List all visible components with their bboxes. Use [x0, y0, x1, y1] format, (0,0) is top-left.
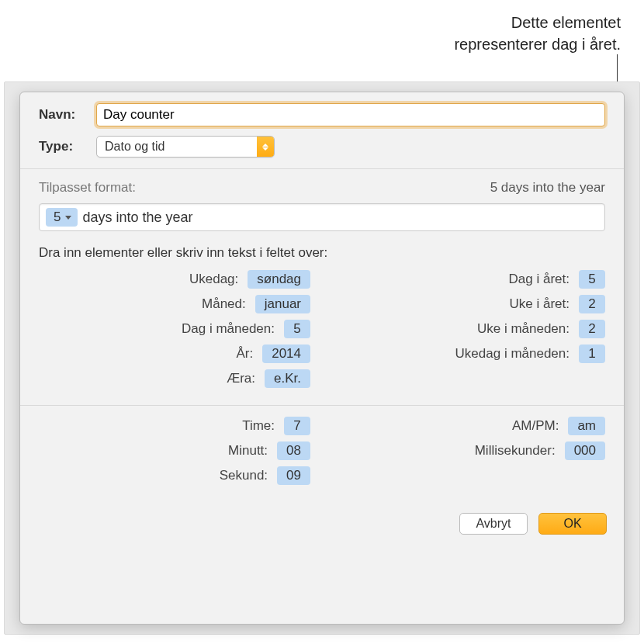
name-label: Navn: — [39, 107, 96, 123]
format-dialog: Navn: Type: Dato og tid Tilpasset format… — [19, 92, 625, 625]
chevron-down-icon — [65, 216, 71, 220]
type-select[interactable]: Dato og tid — [96, 136, 275, 158]
time-elements-section: Time:7 Minutt:08 Sekund:09 AM/PM:am Mill… — [20, 406, 624, 502]
chip-ampm[interactable]: am — [568, 417, 605, 435]
elem-label: Millisekunder: — [334, 443, 565, 459]
chip-year[interactable]: 2014 — [262, 345, 310, 363]
chevron-updown-icon — [257, 137, 274, 157]
cancel-button[interactable]: Avbryt — [459, 513, 528, 535]
chip-month[interactable]: januar — [255, 295, 310, 313]
type-select-value: Dato og tid — [105, 140, 164, 154]
chip-era[interactable]: e.Kr. — [265, 369, 310, 388]
format-preview: 5 days into the year — [490, 180, 605, 196]
format-token-day-of-year[interactable]: 5 — [46, 208, 78, 227]
elem-label: Æra: — [39, 371, 265, 386]
elem-label: AM/PM: — [334, 418, 568, 434]
elem-label: Uke i året: — [334, 296, 579, 312]
header-section: Navn: Type: Dato og tid — [20, 92, 624, 169]
chip-milliseconds[interactable]: 000 — [565, 441, 605, 460]
elem-label: Dag i året: — [334, 272, 579, 287]
elem-label: År: — [39, 346, 262, 362]
elem-label: Sekund: — [39, 468, 277, 483]
callout-text: Dette elementet representerer dag i året… — [454, 12, 621, 55]
date-elements: Ukedag:søndag Måned:januar Dag i måneden… — [39, 270, 605, 394]
chip-minute[interactable]: 08 — [277, 441, 310, 460]
chip-weekday[interactable]: søndag — [248, 270, 310, 289]
type-label: Type: — [39, 139, 96, 154]
elem-label: Time: — [39, 418, 284, 434]
elem-label: Minutt: — [39, 443, 277, 459]
chip-weekday-of-month[interactable]: 1 — [579, 345, 605, 363]
chip-week-of-year[interactable]: 2 — [579, 295, 605, 313]
drag-instruction: Dra inn elementer eller skriv inn tekst … — [39, 245, 605, 261]
format-section: Tilpasset format: 5 days into the year 5… — [20, 169, 624, 406]
elem-label: Uke i måneden: — [334, 321, 579, 337]
elem-label: Ukedag: — [39, 272, 248, 287]
elem-label: Dag i måneden: — [39, 321, 284, 337]
ok-button[interactable]: OK — [538, 513, 607, 535]
chip-hour[interactable]: 7 — [284, 417, 310, 435]
button-row: Avbryt OK — [20, 502, 624, 547]
format-suffix-text: days into the year — [82, 209, 192, 226]
chip-second[interactable]: 09 — [277, 466, 310, 485]
elem-label: Ukedag i måneden: — [334, 346, 579, 362]
elem-label: Måned: — [39, 296, 255, 312]
format-field[interactable]: 5 days into the year — [39, 203, 605, 231]
chip-day-of-year[interactable]: 5 — [579, 270, 605, 289]
name-input[interactable] — [96, 103, 605, 126]
format-header-label: Tilpasset format: — [39, 180, 136, 196]
chip-week-of-month[interactable]: 2 — [579, 320, 605, 338]
chip-day-of-month[interactable]: 5 — [284, 320, 310, 338]
